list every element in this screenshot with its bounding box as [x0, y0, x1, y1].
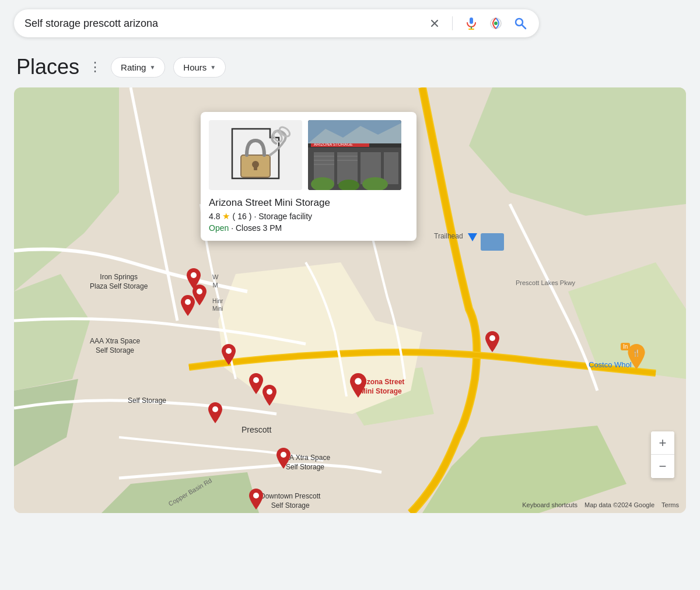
svg-point-46 [226, 348, 232, 354]
rating-filter-button[interactable]: Rating ▼ [111, 57, 165, 78]
svg-rect-28 [337, 152, 358, 184]
popup-images: ARIZONA STORAGE [209, 120, 408, 190]
voice-search-button[interactable] [463, 15, 480, 31]
search-icon [513, 16, 527, 30]
svg-point-4 [494, 22, 498, 25]
map-popup[interactable]: ARIZONA STORAGE Arizona Street Mini Stor… [201, 112, 416, 241]
map-footer: Keyboard shortcuts Map data ©2024 Google… [522, 501, 679, 508]
hours-filter-label: Hours [183, 62, 206, 72]
svg-point-48 [267, 389, 272, 395]
storage-logo-svg [215, 123, 296, 187]
hours-chevron-icon: ▼ [210, 64, 216, 71]
places-menu-dots[interactable]: ⋮ [89, 59, 103, 75]
map-pin-self-storage[interactable] [207, 402, 223, 423]
popup-status: Open · Closes 3 PM [209, 223, 408, 233]
search-button[interactable] [512, 15, 528, 31]
search-divider [452, 16, 453, 30]
map-data-label: Map data ©2024 Google [584, 501, 654, 508]
svg-rect-30 [384, 152, 398, 184]
svg-point-43 [191, 272, 197, 278]
popup-image-logo[interactable] [209, 120, 302, 190]
map-pin-aaa-left[interactable] [220, 344, 237, 365]
clear-button[interactable] [428, 16, 442, 30]
svg-point-53 [253, 493, 259, 498]
svg-marker-54 [468, 233, 477, 241]
map-pin-downtown[interactable] [248, 489, 264, 510]
popup-review-count: ( [232, 212, 235, 221]
map-pin-aaa-right[interactable] [275, 448, 292, 469]
popup-dot: · [231, 223, 236, 233]
popup-closes: Closes 3 PM [236, 223, 282, 233]
hours-filter-button[interactable]: Hours ▼ [173, 57, 226, 78]
places-header: Places ⋮ Rating ▼ Hours ▼ [0, 44, 700, 87]
search-bar-container [0, 0, 700, 44]
map-container[interactable]: ARIZONA STORAGE Arizona Street Mini Stor… [14, 87, 686, 513]
svg-point-44 [197, 289, 202, 294]
svg-text:🍴: 🍴 [632, 349, 640, 357]
svg-point-47 [253, 377, 259, 383]
map-pin-trailhead[interactable] [468, 233, 477, 244]
lens-icon [489, 16, 503, 30]
clear-icon [429, 17, 440, 29]
microphone-icon [464, 16, 478, 30]
visual-search-button[interactable] [488, 15, 504, 31]
rating-filter-label: Rating [121, 62, 146, 72]
map-pin-east[interactable] [484, 331, 501, 352]
popup-rating-row: 4.8 ★ (16) · Storage facility [209, 211, 408, 222]
zoom-in-button[interactable]: + [651, 431, 674, 455]
facility-photo-svg: ARIZONA STORAGE [308, 120, 401, 190]
popup-title[interactable]: Arizona Street Mini Storage [209, 197, 408, 209]
map-pin-cluster-2[interactable] [261, 385, 278, 406]
rating-chevron-icon: ▼ [149, 64, 155, 71]
svg-point-50 [355, 378, 362, 385]
map-pin-arizona-street[interactable] [348, 373, 368, 398]
popup-reviews-paren: ) [249, 212, 252, 221]
popup-category: Storage facility [258, 212, 312, 221]
map-pin-restaurant[interactable]: 🍴 In [626, 344, 646, 367]
popup-image-photo[interactable]: ARIZONA STORAGE [308, 120, 401, 190]
zoom-out-button[interactable]: − [651, 455, 674, 478]
popup-reviews: 16 [237, 212, 247, 221]
star-icon: ★ [222, 211, 230, 222]
svg-point-49 [212, 406, 218, 412]
search-input[interactable] [24, 17, 428, 30]
terms-link[interactable]: Terms [662, 501, 679, 508]
svg-rect-17 [481, 233, 504, 251]
keyboard-shortcuts-link[interactable]: Keyboard shortcuts [522, 501, 578, 508]
svg-point-51 [489, 335, 495, 341]
svg-rect-0 [470, 17, 473, 24]
svg-point-45 [185, 299, 191, 305]
popup-rating-value: 4.8 [209, 212, 220, 221]
popup-separator: · [254, 212, 256, 221]
svg-line-6 [522, 25, 526, 29]
map-pin-iron-springs-3[interactable] [180, 295, 196, 316]
svg-point-52 [281, 452, 286, 458]
search-bar [14, 9, 539, 37]
svg-rect-21 [254, 164, 257, 170]
popup-open: Open [209, 223, 229, 233]
search-icons [428, 15, 528, 31]
zoom-controls: + − [651, 431, 674, 478]
places-title: Places [16, 55, 79, 79]
svg-point-23 [278, 125, 291, 138]
